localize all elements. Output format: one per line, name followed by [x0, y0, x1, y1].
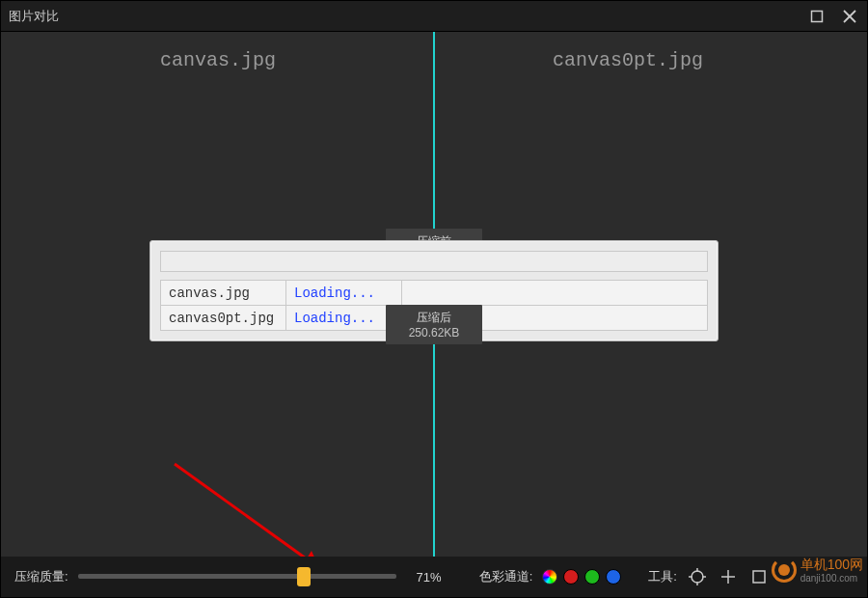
size-after-label: 压缩后: [399, 310, 469, 325]
size-after-badge: 压缩后 250.62KB: [386, 305, 482, 344]
channel-green-icon[interactable]: [584, 569, 600, 584]
slider-thumb[interactable]: [297, 567, 311, 586]
svg-line-3: [175, 464, 319, 568]
panel-spacer: [160, 251, 708, 272]
tool-zoom-icon[interactable]: [718, 566, 739, 587]
svg-point-5: [692, 571, 703, 583]
channel-all-icon[interactable]: [542, 569, 557, 584]
file-name-cell: canvas.jpg: [161, 281, 286, 306]
slider-track: [78, 574, 396, 579]
size-after-value: 250.62KB: [399, 325, 469, 340]
tool-move-icon[interactable]: [687, 566, 708, 587]
left-pane-label: canvas.jpg: [160, 49, 276, 71]
svg-rect-0: [812, 11, 823, 21]
footer-bar: 压缩质量: 71% 色彩通道: 工具:: [1, 557, 867, 597]
file-status-cell: Loading...: [286, 306, 402, 331]
tools-label: 工具:: [648, 568, 677, 585]
quality-slider[interactable]: [78, 570, 396, 584]
channel-red-icon[interactable]: [563, 569, 579, 584]
close-button[interactable]: [840, 7, 859, 26]
titlebar: 图片对比: [1, 1, 867, 32]
quality-value: 71%: [406, 570, 452, 584]
color-channel-dots: [542, 569, 621, 584]
tool-fit-icon[interactable]: [748, 566, 770, 587]
channel-label: 色彩通道:: [479, 568, 533, 585]
compare-area: canvas.jpg canvas0pt.jpg 压缩前 1.05MB canv…: [1, 32, 867, 558]
file-name-cell: canvas0pt.jpg: [161, 306, 286, 331]
right-pane-label: canvas0pt.jpg: [553, 49, 703, 71]
window-buttons: [807, 7, 859, 26]
quality-label: 压缩质量:: [14, 568, 68, 585]
table-row: canvas.jpg Loading...: [161, 281, 708, 306]
maximize-button[interactable]: [807, 7, 827, 26]
file-status-cell: Loading...: [286, 281, 402, 306]
window-title: 图片对比: [9, 8, 807, 25]
svg-rect-12: [753, 571, 765, 583]
channel-blue-icon[interactable]: [606, 569, 621, 584]
file-empty-cell: [402, 281, 708, 306]
